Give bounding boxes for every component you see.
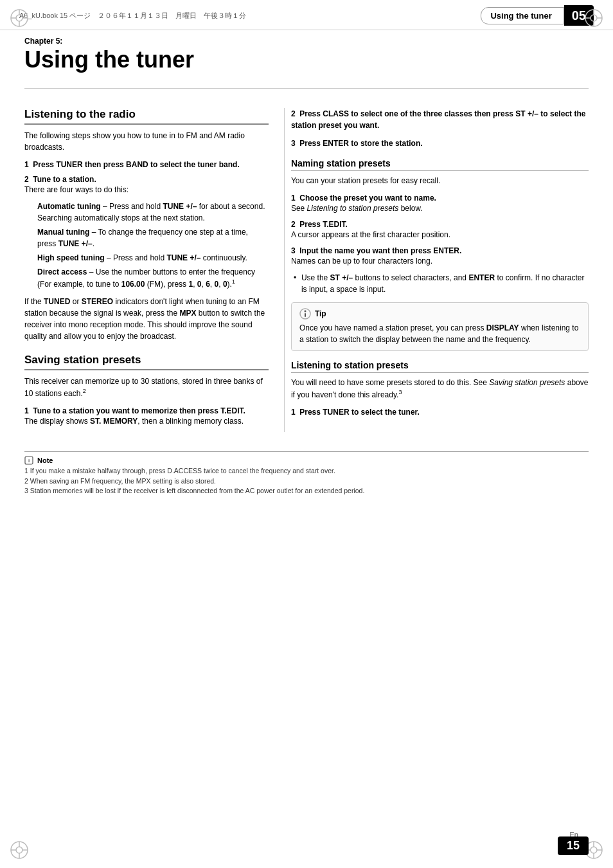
- chapter-main-title: Using the tuner: [24, 47, 589, 73]
- naming-step-2-title: Press T.EDIT.: [299, 220, 348, 229]
- right-column: 2 Press CLASS to select one of the three…: [284, 108, 589, 432]
- tuning-manual: Manual tuning – To change the frequency …: [37, 226, 269, 250]
- tip-box: Tip Once you have named a station preset…: [291, 302, 589, 351]
- listening-presets-header: Listening to station presets: [291, 360, 589, 373]
- page-number-badge: 15: [558, 836, 589, 855]
- step-2-title: Tune to a station.: [33, 175, 96, 184]
- main-content: Listening to the radio The following ste…: [0, 89, 613, 445]
- tip-label: Tip: [315, 309, 326, 318]
- save-step-1-title: Tune to a station you want to memorize t…: [33, 406, 245, 415]
- note-footer: i Note 1 If you make a mistake halfway t…: [24, 451, 589, 496]
- tip-content: Once you have named a station preset, yo…: [299, 322, 580, 345]
- svg-point-19: [591, 847, 597, 853]
- step-2-tune: 2 Tune to a station. There are four ways…: [24, 174, 269, 195]
- section-saving-header: Saving station presets: [24, 354, 269, 370]
- note-item-2: 2 When saving an FM frequency, the MPX s…: [24, 476, 589, 487]
- save-step-1-body: The display shows ST. MEMORY, then a bli…: [24, 415, 269, 427]
- note-icon: i: [24, 456, 33, 465]
- section-listening-radio-header: Listening to the radio: [24, 108, 269, 125]
- save-step-3-body: Press ENTER to store the station.: [299, 139, 422, 148]
- step-2-num: 2: [24, 175, 33, 184]
- naming-step-2: 2 Press T.EDIT. A cursor appears at the …: [291, 219, 589, 240]
- tip-icon: [299, 308, 311, 320]
- naming-presets-intro: You can your station presets for easy re…: [291, 175, 589, 186]
- tuning-direct: Direct access – Use the number buttons t…: [37, 266, 269, 291]
- naming-step-2-num: 2: [291, 220, 299, 229]
- naming-step-2-body: A cursor appears at the first character …: [291, 229, 589, 240]
- corner-bottom-left: [9, 840, 30, 860]
- tip-title: Tip: [299, 308, 580, 320]
- naming-step-1-body: See Listening to station presets below.: [291, 203, 589, 214]
- save-step-1-num: 1: [24, 406, 33, 415]
- naming-step-3: 3 Input the name you want then press ENT…: [291, 246, 589, 267]
- naming-step-3-body: Names can be up to four characters long.: [291, 255, 589, 267]
- corner-top-right: [583, 8, 604, 28]
- save-step-2: 2 Press CLASS to select one of the three…: [291, 108, 589, 131]
- chapter-subtitle: Chapter 5:: [24, 37, 589, 46]
- step-1-press-tuner: 1 Press TUNER then press BAND to select …: [24, 159, 269, 169]
- svg-point-1: [16, 15, 22, 21]
- listening-step-1-num: 1: [291, 408, 299, 417]
- svg-text:i: i: [28, 458, 30, 464]
- corner-top-left: [9, 8, 30, 28]
- svg-point-13: [16, 847, 22, 853]
- save-step-3: 3 Press ENTER to store the station.: [291, 138, 589, 149]
- tuning-methods: Automatic tuning – Press and hold TUNE +…: [24, 201, 269, 291]
- section-listening-radio-intro: The following steps show you how to tune…: [24, 130, 269, 153]
- naming-presets-header: Naming station presets: [291, 158, 589, 171]
- save-step-2-body: Press CLASS to select one of the three c…: [291, 109, 586, 130]
- tuning-auto: Automatic tuning – Press and hold TUNE +…: [37, 201, 269, 224]
- step-1-num: 1: [24, 160, 33, 169]
- header-bar: A6_kU.book 15 ページ ２０６年１１月１３日 月曜日 午後３時１分 …: [0, 0, 613, 30]
- naming-step-1-num: 1: [291, 194, 299, 203]
- note-items: 1 If you make a mistake halfway through,…: [24, 466, 589, 496]
- naming-step-3-num: 3: [291, 246, 299, 255]
- page: A6_kU.book 15 ページ ２０６年１１月１３日 月曜日 午後３時１分 …: [0, 0, 613, 868]
- naming-step-1: 1 Choose the preset you want to name. Se…: [291, 193, 589, 214]
- tuned-stereo-note: If the TUNED or STEREO indicators don't …: [24, 296, 269, 342]
- svg-rect-26: [305, 313, 306, 317]
- naming-step-3-title: Input the name you want then press ENTER…: [299, 246, 461, 255]
- left-column: Listening to the radio The following ste…: [24, 108, 284, 432]
- header-chapter-tag: Using the tuner 05: [481, 5, 594, 26]
- listening-step-1-title: Press TUNER to select the tuner.: [299, 408, 420, 417]
- svg-point-25: [304, 310, 306, 312]
- step-2-body: There are four ways to do this:: [24, 184, 269, 195]
- listening-presets-intro: You will need to have some presets store…: [291, 377, 589, 401]
- listening-step-1: 1 Press TUNER to select the tuner.: [291, 407, 589, 417]
- svg-point-7: [591, 15, 597, 21]
- save-step-2-num: 2: [291, 109, 299, 118]
- note-label: Note: [37, 457, 53, 464]
- save-step-3-num: 3: [291, 139, 299, 148]
- note-item-3: 3 Station memories will be lost if the r…: [24, 486, 589, 496]
- save-step-1: 1 Tune to a station you want to memorize…: [24, 406, 269, 427]
- tuning-high-speed: High speed tuning – Press and hold TUNE …: [37, 252, 269, 264]
- note-item-1: 1 If you make a mistake halfway through,…: [24, 466, 589, 476]
- step-1-title: Press TUNER then press BAND to select th…: [33, 160, 239, 169]
- section-saving-intro: This receiver can memorize up to 30 stat…: [24, 375, 269, 399]
- naming-bullet: Use the ST +/– buttons to select charact…: [291, 272, 589, 296]
- note-title-row: i Note: [24, 456, 589, 465]
- chapter-title-area: Chapter 5: Using the tuner: [0, 30, 613, 73]
- naming-step-1-title: Choose the preset you want to name.: [299, 194, 436, 203]
- chapter-header-label: Using the tuner: [481, 7, 564, 24]
- header-meta: A6_kU.book 15 ページ ２０６年１１月１３日 月曜日 午後３時１分: [19, 11, 246, 21]
